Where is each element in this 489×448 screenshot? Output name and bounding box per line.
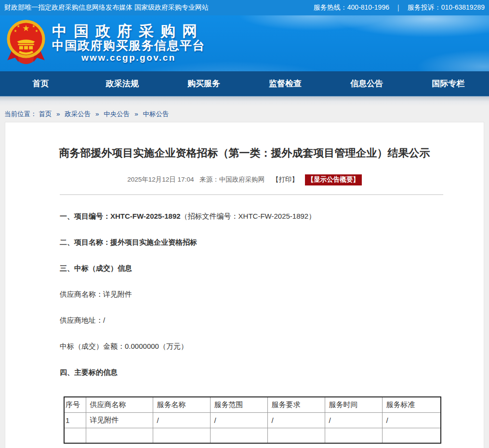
nav-item-international[interactable]: 国际专栏 bbox=[408, 71, 489, 96]
bid-items-table: 序号 供应商名称 服务名称 服务范围 服务要求 服务时间 服务标准 1 详见附件… bbox=[64, 396, 441, 444]
nav-item-announcements[interactable]: 信息公告 bbox=[326, 71, 408, 96]
article-meta: 2025年12月12日 17:04 来源：中国政府采购网 【打印】 【显示公告概… bbox=[5, 174, 484, 185]
nav-item-home[interactable]: 首页 bbox=[0, 71, 81, 96]
para-project-number-extra: （招标文件编号：XHTC-FW-2025-1892） bbox=[181, 212, 316, 220]
topbar-slogan: 财政部唯一指定政府采购信息网络发布媒体 国家级政府采购专业网站 bbox=[4, 3, 209, 12]
para-main-items-label: 四、主要标的信息 bbox=[60, 368, 118, 376]
article-body: 一、项目编号：XHTC-FW-2025-1892（招标文件编号：XHTC-FW-… bbox=[5, 211, 484, 444]
cell-service-time: / bbox=[325, 413, 382, 428]
breadcrumb-award-announcements[interactable]: 中标公告 bbox=[143, 110, 169, 118]
article-source: 来源：中国政府采购网 bbox=[199, 176, 264, 183]
header-cell-supplier: 供应商名称 bbox=[86, 397, 153, 413]
national-emblem-icon bbox=[5, 19, 47, 67]
para-award-info-heading: 三、中标（成交）信息 bbox=[60, 263, 443, 273]
site-subtitle: 中国政府购买服务信息平台 bbox=[52, 39, 205, 52]
cell-empty bbox=[382, 428, 441, 443]
main-nav: 首页 政采法规 购买服务 监督检查 信息公告 国际专栏 bbox=[0, 71, 489, 96]
para-project-name-label: 二、项目名称：援外项目实施企业资格招标 bbox=[60, 238, 197, 246]
nav-item-purchase-services[interactable]: 购买服务 bbox=[163, 71, 244, 96]
para-supplier-name-text: 供应商名称：详见附件 bbox=[60, 290, 132, 298]
print-button[interactable]: 【打印】 bbox=[272, 176, 298, 183]
cell-empty bbox=[325, 428, 382, 443]
para-award-amount-text: 中标（成交）金额：0.0000000（万元） bbox=[60, 342, 188, 350]
cell-supplier: 详见附件 bbox=[86, 413, 153, 428]
table-row-empty bbox=[64, 428, 441, 443]
para-award-amount: 中标（成交）金额：0.0000000（万元） bbox=[60, 341, 443, 351]
header-cell-service-name: 服务名称 bbox=[153, 397, 210, 413]
cell-empty bbox=[210, 428, 267, 443]
para-award-info-label: 三、中标（成交）信息 bbox=[60, 264, 132, 272]
para-main-items-heading: 四、主要标的信息 bbox=[60, 367, 443, 377]
table-header-row: 序号 供应商名称 服务名称 服务范围 服务要求 服务时间 服务标准 bbox=[64, 397, 441, 413]
para-project-name: 二、项目名称：援外项目实施企业资格招标 bbox=[60, 237, 443, 247]
breadcrumb: 当前位置： 首页 » 政采公告 » 中央公告 » 中标公告 bbox=[0, 106, 489, 122]
cell-service-requirement: / bbox=[267, 413, 325, 428]
cell-empty bbox=[267, 428, 325, 443]
breadcrumb-separator: » bbox=[95, 110, 99, 118]
para-supplier-address: 供应商地址：/ bbox=[60, 315, 443, 325]
breadcrumb-central-announcements[interactable]: 中央公告 bbox=[104, 110, 130, 118]
cell-service-standard: / bbox=[382, 413, 441, 428]
service-complaint: 服务投诉：010-63819289 bbox=[408, 3, 485, 12]
divider bbox=[60, 194, 443, 195]
breadcrumb-procurement-announcements[interactable]: 政采公告 bbox=[65, 110, 91, 118]
table-row: 1 详见附件 / / / / / bbox=[64, 413, 441, 428]
topbar: 财政部唯一指定政府采购信息网络发布媒体 国家级政府采购专业网站 服务热线：400… bbox=[0, 0, 489, 15]
header-cell-service-requirement: 服务要求 bbox=[267, 397, 325, 413]
publish-date: 2025年12月12日 17:04 bbox=[127, 176, 194, 183]
header-cell-index: 序号 bbox=[64, 397, 86, 413]
para-supplier-name: 供应商名称：详见附件 bbox=[60, 289, 443, 299]
nav-item-supervision[interactable]: 监督检查 bbox=[245, 71, 326, 96]
service-hotline: 服务热线：400-810-1996 bbox=[314, 3, 389, 12]
cell-service-scope: / bbox=[210, 413, 267, 428]
summary-toggle-button[interactable]: 【显示公告概要】 bbox=[305, 174, 362, 185]
cell-index: 1 bbox=[64, 413, 86, 428]
header-cell-service-time: 服务时间 bbox=[325, 397, 382, 413]
cell-empty bbox=[64, 428, 86, 443]
para-project-number-label: 一、项目编号：XHTC-FW-2025-1892 bbox=[60, 212, 181, 220]
site-masthead: 中国政府采购网 中国政府购买服务信息平台 www.ccgp.gov.cn bbox=[0, 15, 489, 71]
header-cell-service-standard: 服务标准 bbox=[382, 397, 441, 413]
topbar-separator: ｜ bbox=[395, 3, 402, 12]
cell-empty bbox=[86, 428, 153, 443]
content-panel: 商务部援外项目实施企业资格招标（第一类：援外成套项目管理企业）结果公示 2025… bbox=[5, 122, 484, 448]
breadcrumb-home[interactable]: 首页 bbox=[39, 110, 52, 118]
page-title: 商务部援外项目实施企业资格招标（第一类：援外成套项目管理企业）结果公示 bbox=[20, 122, 469, 161]
nav-shadow bbox=[0, 96, 489, 106]
para-project-number: 一、项目编号：XHTC-FW-2025-1892（招标文件编号：XHTC-FW-… bbox=[60, 211, 443, 221]
breadcrumb-label: 当前位置： bbox=[4, 110, 37, 118]
para-supplier-address-text: 供应商地址：/ bbox=[60, 316, 105, 324]
nav-item-regulations[interactable]: 政采法规 bbox=[81, 71, 163, 96]
breadcrumb-separator: » bbox=[134, 110, 138, 118]
site-name: 中国政府采购网 bbox=[52, 24, 205, 39]
site-logo[interactable]: 中国政府采购网 中国政府购买服务信息平台 www.ccgp.gov.cn bbox=[5, 19, 205, 67]
cell-service-name: / bbox=[153, 413, 210, 428]
breadcrumb-separator: » bbox=[56, 110, 60, 118]
site-url: www.ccgp.gov.cn bbox=[52, 53, 205, 63]
header-cell-service-scope: 服务范围 bbox=[210, 397, 267, 413]
cell-empty bbox=[153, 428, 210, 443]
